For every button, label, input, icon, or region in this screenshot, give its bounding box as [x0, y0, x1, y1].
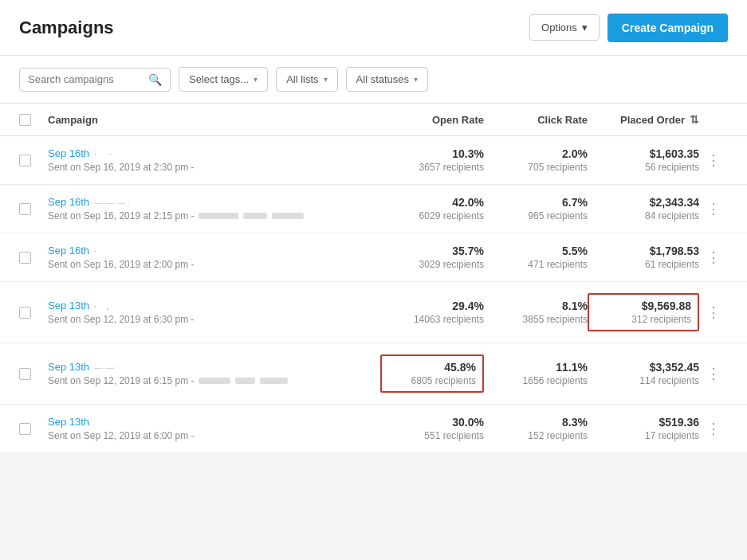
lists-dropdown[interactable]: All lists ▾ — [276, 67, 337, 92]
table-header: Campaign Open Rate Click Rate Placed Ord… — [0, 104, 747, 136]
column-header-open-rate: Open Rate — [380, 114, 484, 126]
campaign-sent-info: Sent on Sep 16, 2019 at 2:00 pm - — [48, 259, 380, 270]
table-row: Sep 13th · , Sent on Sep 12, 2019 at 6:3… — [0, 282, 747, 343]
row-menu-button[interactable]: ⋮ — [699, 148, 728, 172]
campaign-sent-info: Sent on Sep 12, 2019 at 6:30 pm - — [48, 314, 380, 325]
row-menu-button[interactable]: ⋮ — [699, 300, 728, 324]
campaign-name[interactable]: Sep 13th — [48, 416, 380, 428]
open-rate-cell: 30.0% 551 recipients — [380, 416, 484, 441]
tags-dropdown[interactable]: Select tags... ▾ — [179, 67, 268, 92]
open-rate-cell: 29.4% 14063 recipients — [380, 300, 484, 325]
table-row: Sep 13th — — · Sent on Sep 12, 2019 at 6… — [0, 343, 747, 405]
row-menu-button[interactable]: ⋮ — [699, 362, 728, 386]
row-checkbox-cell — [19, 155, 48, 166]
click-rate-cell: 8.3% 152 recipients — [484, 416, 588, 441]
open-rate-cell: 10.3% 3657 recipients — [380, 147, 484, 173]
campaign-name[interactable]: Sep 13th — — · — [48, 361, 380, 373]
search-icon: 🔍 — [148, 73, 162, 86]
chevron-down-icon: ▾ — [582, 22, 588, 33]
column-header-placed-order[interactable]: Placed Order ⇅ — [588, 113, 699, 126]
top-bar: Campaigns Options ▾ Create Campaign — [0, 0, 747, 56]
campaign-name[interactable]: Sep 13th · , — [48, 300, 380, 311]
campaign-info: Sep 16th · · Sent on Sep 16, 2019 at 2:3… — [48, 147, 380, 173]
campaign-info: Sep 13th · , Sent on Sep 12, 2019 at 6:3… — [48, 300, 380, 325]
row-checkbox[interactable] — [19, 307, 31, 319]
placed-order-cell-highlighted: $9,569.88 312 recipients — [588, 293, 699, 331]
chevron-down-icon: ▾ — [254, 75, 258, 84]
options-button[interactable]: Options ▾ — [529, 14, 600, 41]
row-menu-button[interactable]: ⋮ — [699, 245, 728, 269]
campaign-sent-info: Sent on Sep 12, 2019 at 6:00 pm - — [48, 430, 380, 441]
lists-label: All lists — [286, 73, 318, 85]
row-checkbox-cell — [19, 203, 48, 215]
create-campaign-button[interactable]: Create Campaign — [607, 14, 728, 42]
placed-order-cell: $1,798.53 61 recipients — [588, 245, 699, 270]
campaign-name[interactable]: Sep 16th · · — [48, 147, 380, 159]
row-checkbox-cell — [19, 423, 48, 435]
table-row: Sep 16th · · Sent on Sep 16, 2019 at 2:3… — [0, 136, 747, 185]
column-header-click-rate: Click Rate — [484, 114, 588, 126]
page-title: Campaigns — [19, 18, 114, 38]
row-checkbox[interactable] — [19, 155, 31, 166]
search-input[interactable] — [28, 73, 144, 85]
click-rate-cell: 2.0% 705 recipients — [484, 147, 588, 173]
column-header-campaign: Campaign — [48, 114, 380, 126]
placed-order-cell: $2,343.34 84 recipients — [588, 196, 699, 221]
search-box: 🔍 — [19, 68, 171, 92]
row-checkbox[interactable] — [19, 423, 31, 435]
chevron-down-icon: ▾ — [414, 75, 418, 84]
open-rate-cell: 42.0% 6029 recipients — [380, 196, 484, 221]
table-row: Sep 13th Sent on Sep 12, 2019 at 6:00 pm… — [0, 405, 747, 453]
statuses-dropdown[interactable]: All statuses ▾ — [346, 67, 428, 92]
tags-label: Select tags... — [189, 73, 249, 85]
chevron-down-icon: ▾ — [324, 75, 328, 84]
campaign-name[interactable]: Sep 16th — — — · — [48, 196, 380, 208]
statuses-label: All statuses — [356, 73, 409, 85]
row-menu-button[interactable]: ⋮ — [699, 197, 728, 221]
row-checkbox-cell — [19, 368, 48, 380]
open-rate-cell-highlighted: 45.8% 6805 recipients — [380, 354, 484, 393]
campaign-name[interactable]: Sep 16th · — [48, 245, 380, 257]
campaign-info: Sep 13th Sent on Sep 12, 2019 at 6:00 pm… — [48, 416, 380, 441]
campaign-sent-info: Sent on Sep 12, 2019 at 6:15 pm - — [48, 375, 380, 386]
select-all-checkbox-cell — [19, 114, 48, 126]
table-row: Sep 16th — — — · Sent on Sep 16, 2019 at… — [0, 185, 747, 233]
toolbar: 🔍 Select tags... ▾ All lists ▾ All statu… — [0, 56, 747, 104]
placed-order-cell: $1,603.35 56 recipients — [588, 147, 699, 173]
campaign-sent-info: Sent on Sep 16, 2019 at 2:30 pm - — [48, 162, 380, 173]
row-checkbox[interactable] — [19, 252, 31, 264]
table-row: Sep 16th · Sent on Sep 16, 2019 at 2:00 … — [0, 233, 747, 282]
row-checkbox[interactable] — [19, 368, 31, 380]
open-rate-cell: 35.7% 3029 recipients — [380, 245, 484, 270]
campaign-info: Sep 16th — — — · Sent on Sep 16, 2019 at… — [48, 196, 380, 221]
campaigns-table: Campaign Open Rate Click Rate Placed Ord… — [0, 104, 747, 453]
select-all-checkbox[interactable] — [19, 114, 31, 126]
filter-icon: ⇅ — [690, 113, 699, 126]
row-checkbox[interactable] — [19, 203, 31, 215]
row-checkbox-cell — [19, 307, 48, 319]
row-checkbox-cell — [19, 252, 48, 264]
campaign-info: Sep 13th — — · Sent on Sep 12, 2019 at 6… — [48, 361, 380, 386]
click-rate-cell: 5.5% 471 recipients — [484, 245, 588, 270]
click-rate-cell: 11.1% 1656 recipients — [484, 361, 588, 386]
campaign-sent-info: Sent on Sep 16, 2019 at 2:15 pm - — [48, 210, 380, 221]
campaign-info: Sep 16th · Sent on Sep 16, 2019 at 2:00 … — [48, 245, 380, 270]
click-rate-cell: 8.1% 3855 recipients — [484, 300, 588, 325]
placed-order-cell: $3,352.45 114 recipients — [588, 361, 699, 386]
click-rate-cell: 6.7% 965 recipients — [484, 196, 588, 221]
placed-order-cell: $519.36 17 recipients — [588, 416, 699, 441]
options-label: Options — [541, 22, 577, 33]
row-menu-button[interactable]: ⋮ — [699, 417, 728, 441]
header-actions: Options ▾ Create Campaign — [529, 14, 728, 42]
